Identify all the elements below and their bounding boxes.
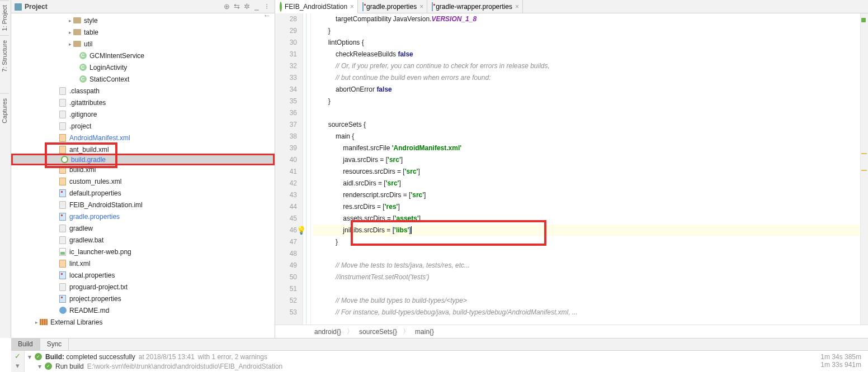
code-line[interactable]: // but continue the build even when erro… <box>313 72 860 84</box>
tree-item[interactable]: CGCMIntentService <box>11 50 275 61</box>
hide-button[interactable]: ⎯ <box>252 2 261 11</box>
code-line[interactable]: // Move the tests to tests/java, tests/r… <box>313 260 860 271</box>
build-row[interactable]: ▾ ✓ Run build E:\work-svn\feib\trunk\and… <box>28 361 817 371</box>
code-line[interactable]: } <box>313 96 860 107</box>
editor-area: FEIB_AndroidStation×gradle.properties×gr… <box>275 0 868 338</box>
prop-icon <box>58 295 67 303</box>
tree-item-label: gradlew <box>69 225 93 232</box>
tree-item[interactable]: lint.xml <box>11 257 275 269</box>
build-timestamp: at 2018/8/15 13:41 <box>139 353 195 361</box>
tree-item[interactable]: ▸External Libraries <box>11 316 275 328</box>
tree-item[interactable]: ▸table <box>11 26 275 38</box>
fold-gutter[interactable] <box>303 13 311 325</box>
code-line[interactable]: abortOnError false <box>313 84 860 96</box>
tree-item[interactable]: CLoginActivity <box>11 61 275 73</box>
more-button[interactable]: ⁝← <box>262 2 271 11</box>
tree-item[interactable]: .gitignore <box>11 108 275 120</box>
tab-label: gradle-wrapper.properties <box>436 3 512 11</box>
code-line[interactable] <box>313 248 860 260</box>
code-line[interactable]: resources.srcDirs = ['src'] <box>313 166 860 178</box>
tree-item[interactable]: default.properties <box>11 187 275 199</box>
toolwindow-structure[interactable]: 7: Structure <box>0 35 9 77</box>
tree-item[interactable]: local.properties <box>11 269 275 281</box>
toolwindow-captures[interactable]: Captures <box>0 93 9 128</box>
tree-item[interactable]: ▸style <box>11 15 275 26</box>
build-output-tree[interactable]: ▾ ✓ Build: completed successfully at 201… <box>25 351 820 372</box>
breadcrumb-item[interactable]: android{} <box>314 328 341 336</box>
code-line[interactable]: //instrumentTest.setRoot('tests') <box>313 271 860 283</box>
tree-item[interactable]: .gitattributes <box>11 97 275 108</box>
tree-item-label: custom_rules.xml <box>69 178 121 185</box>
editor-tab[interactable]: FEIB_AndroidStation× <box>275 0 358 13</box>
tree-item[interactable]: ▸util <box>11 38 275 50</box>
code-line[interactable]: res.srcDirs = ['res'] <box>313 201 860 213</box>
code-line[interactable]: } <box>313 25 860 37</box>
build-duration: 1m 34s 385m 1m 33s 941m <box>820 351 868 372</box>
file-icon <box>58 87 67 95</box>
build-row[interactable]: ▾ ✓ Build: completed successfully at 201… <box>28 352 817 361</box>
breadcrumb-item[interactable]: sourceSets{} <box>359 328 397 336</box>
tree-item[interactable]: project.properties <box>11 293 275 304</box>
prop-icon <box>432 3 433 11</box>
code-line[interactable]: renderscript.srcDirs = ['src'] <box>313 189 860 201</box>
breadcrumb-item[interactable]: main{} <box>415 328 434 336</box>
code-line[interactable]: targetCompatibility JavaVersion.VERSION_… <box>313 13 860 25</box>
tree-item-label: External Libraries <box>50 318 102 326</box>
tree-item[interactable]: build.xml <box>11 164 275 175</box>
code-content[interactable]: targetCompatibility JavaVersion.VERSION_… <box>311 13 860 325</box>
gradle-icon <box>280 3 282 11</box>
tree-item-label: .classpath <box>69 87 100 95</box>
close-icon[interactable]: × <box>515 3 519 11</box>
settings-gear-icon[interactable]: ✲ <box>242 2 251 11</box>
tree-item[interactable]: CStaticContext <box>11 73 275 85</box>
project-tree[interactable]: ▸style▸table▸utilCGCMIntentServiceCLogin… <box>11 13 275 328</box>
code-line[interactable] <box>313 283 860 295</box>
code-line[interactable]: jniLibs.srcDirs = ['libs']💡 <box>313 225 860 236</box>
md-icon <box>58 307 67 314</box>
code-editor[interactable]: 2829303132333435363738394041424344454647… <box>275 13 868 325</box>
tree-item[interactable]: gradlew <box>11 222 275 234</box>
tree-item[interactable]: gradle.properties <box>11 211 275 222</box>
tree-item[interactable]: AndroidManifest.xml <box>11 132 275 144</box>
toolwindow-project[interactable]: 1: Project <box>0 0 9 35</box>
file-icon <box>58 283 67 291</box>
breadcrumb[interactable]: android{}〉sourceSets{}〉main{} <box>275 325 868 338</box>
code-line[interactable]: checkReleaseBuilds false <box>313 49 860 60</box>
expand-icon[interactable]: ▾ <box>16 361 20 370</box>
code-line[interactable]: // For instance, build-types/debug/java,… <box>313 307 860 318</box>
code-line[interactable]: main { <box>313 131 860 142</box>
close-icon[interactable]: × <box>419 3 423 11</box>
code-line[interactable]: sourceSets { <box>313 119 860 131</box>
code-line[interactable]: manifest.srcFile 'AndroidManifest.xml' <box>313 142 860 154</box>
close-icon[interactable]: × <box>350 3 354 11</box>
marker-bar[interactable] <box>860 13 868 325</box>
tree-item[interactable]: proguard-project.txt <box>11 281 275 293</box>
collapse-button[interactable]: ⇆ <box>232 2 241 11</box>
editor-tab[interactable]: gradle-wrapper.properties× <box>427 0 523 13</box>
tree-item[interactable]: FEIB_AndroidStation.iml <box>11 199 275 211</box>
tree-item[interactable]: custom_rules.xml <box>11 175 275 187</box>
xml-icon <box>58 146 67 154</box>
tree-item[interactable]: ic_launcher-web.png <box>11 246 275 257</box>
code-line[interactable]: java.srcDirs = ['src'] <box>313 154 860 166</box>
tab-build[interactable]: Build <box>11 338 40 350</box>
tree-item[interactable]: gradlew.bat <box>11 234 275 246</box>
code-line[interactable]: lintOptions { <box>313 37 860 49</box>
code-line[interactable] <box>313 107 860 119</box>
editor-tabs: FEIB_AndroidStation×gradle.properties×gr… <box>275 0 868 13</box>
code-line[interactable]: // Move the build types to build-types/<… <box>313 295 860 307</box>
code-line[interactable]: aidl.srcDirs = ['src'] <box>313 178 860 189</box>
rerun-icon[interactable]: ✓ <box>15 352 21 360</box>
editor-tab[interactable]: gradle.properties× <box>358 0 427 13</box>
tree-item[interactable]: .classpath <box>11 85 275 97</box>
locate-button[interactable]: ⊕ <box>222 2 231 11</box>
code-line[interactable]: // Or, if you prefer, you can continue t… <box>313 60 860 72</box>
code-line[interactable]: assets.srcDirs = ['assets'] <box>313 213 860 225</box>
tab-sync[interactable]: Sync <box>40 338 69 350</box>
build-status: completed successfully <box>66 353 135 361</box>
tree-item[interactable]: .project <box>11 120 275 132</box>
tree-item[interactable]: README.md <box>11 304 275 316</box>
build-task-label: Run build <box>55 363 84 370</box>
bulb-icon[interactable]: 💡 <box>296 225 306 236</box>
code-line[interactable]: } <box>313 236 860 248</box>
